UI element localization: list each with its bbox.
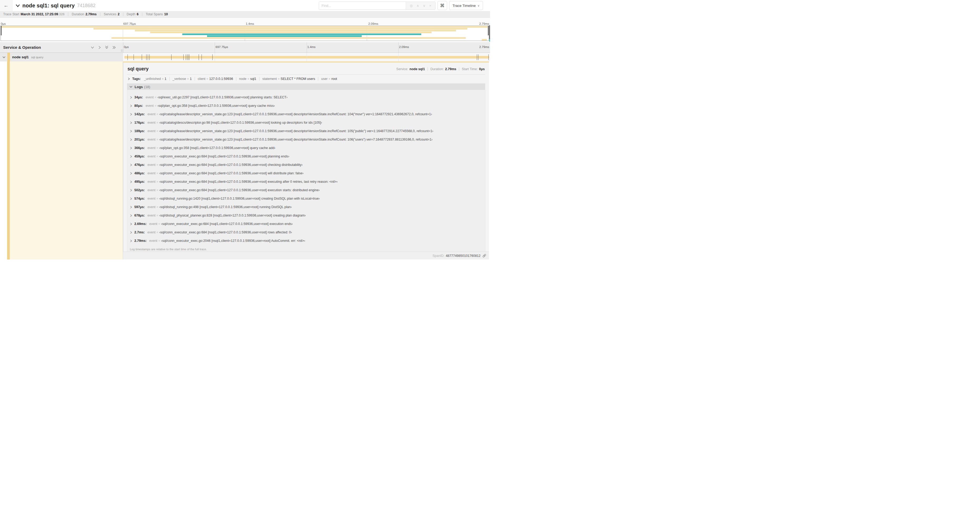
minimap-left-handle[interactable] [1, 26, 2, 35]
log-timestamp: 189μs: [134, 129, 145, 133]
logs-collapse-chevron-icon[interactable] [129, 85, 132, 88]
logs-header[interactable]: Logs (18) [127, 84, 485, 90]
summary-item: Duration2.79ms [68, 13, 100, 16]
find-input[interactable] [319, 2, 406, 10]
summary-item: Services2 [100, 13, 123, 16]
tag-key: user [321, 77, 328, 81]
tags-list: _unfinished=1_verbose=1client=127.0.0.1:… [144, 77, 340, 81]
log-field-key: event [146, 96, 154, 99]
log-timestamp: 201μs: [134, 138, 145, 141]
log-expand-chevron-icon[interactable] [130, 231, 132, 234]
detail-meta-item: Start Time:0μs [459, 67, 485, 71]
keyboard-shortcuts-button[interactable]: ⌘ [438, 1, 447, 10]
tags-expand-chevron-icon[interactable] [127, 77, 130, 80]
log-expand-chevron-icon[interactable] [130, 130, 132, 133]
prev-match-icon[interactable]: ∧ [417, 4, 419, 8]
log-row[interactable]: 2.69ms:event=‹sql/conn_executor_exec.go:… [129, 220, 484, 228]
log-marker-tick [189, 54, 189, 60]
collapse-one-icon[interactable] [91, 46, 94, 49]
log-expand-chevron-icon[interactable] [130, 96, 132, 99]
collapse-all-icon[interactable] [105, 45, 108, 50]
log-field-value: ‹sql/plan_opt.go:358 [nsql1,client=127.0… [158, 104, 275, 108]
summary-value: March 31 2022, 17:25:09 [21, 13, 58, 16]
right-edge-dragger[interactable] [489, 25, 490, 41]
log-row[interactable]: 459μs:event=‹sql/conn_executor_exec.go:6… [129, 152, 484, 161]
span-collapse-chevron-icon[interactable] [2, 56, 6, 59]
log-field-value: ‹sql/conn_executor_exec.go:684 [nsql1,cl… [159, 171, 304, 175]
log-marker-tick [148, 54, 148, 60]
minimap-canvas[interactable] [0, 26, 489, 41]
log-row[interactable]: 80μs:event=‹sql/plan_opt.go:358 [nsql1,c… [129, 102, 484, 110]
log-row[interactable]: 486μs:event=‹sql/conn_executor_exec.go:6… [129, 169, 484, 177]
log-expand-chevron-icon[interactable] [130, 121, 132, 124]
span-row-track[interactable] [123, 53, 490, 61]
log-row[interactable]: 2.79ms:event=‹sql/conn_executor_exec.go:… [129, 236, 484, 245]
log-equals: = [158, 239, 160, 242]
log-expand-chevron-icon[interactable] [130, 214, 132, 217]
tags-row[interactable]: Tags: _unfinished=1_verbose=1client=127.… [127, 75, 485, 83]
summary-label: Depth [127, 13, 135, 16]
log-expand-chevron-icon[interactable] [130, 163, 132, 166]
column-resize-grip[interactable]: || [121, 49, 123, 52]
log-expand-chevron-icon[interactable] [130, 172, 132, 175]
title-wrap: node sql1: sql query 7418682 [16, 3, 319, 9]
span-row-name-cell[interactable]: node sql1 sql query [0, 53, 123, 61]
back-button[interactable]: ← [0, 0, 13, 11]
log-row[interactable]: 142μs:event=‹sql/catalog/lease/descripto… [129, 110, 484, 118]
tag-equals: = [278, 77, 280, 80]
log-row[interactable]: 678μs:event=‹sql/distsql_physical_planne… [129, 211, 484, 220]
log-expand-chevron-icon[interactable] [130, 206, 132, 209]
log-row[interactable]: 366μs:event=‹sql/plan_opt.go:358 [nsql1,… [129, 144, 484, 152]
log-field-key: event [146, 104, 154, 108]
trace-summary: Trace StartMarch 31 2022, 17:25:09.326Du… [0, 11, 490, 18]
summary-item: Depth6 [123, 13, 142, 16]
log-row[interactable]: 176μs:event=‹sql/catalog/descs/descripto… [129, 118, 484, 127]
log-equals: = [156, 197, 158, 200]
log-marker-tick [146, 54, 146, 60]
minimap-right-handle[interactable] [488, 26, 489, 35]
track-gridline [215, 53, 215, 61]
log-row[interactable]: 34μs:event=‹sql/exec_util.go:2297 [nsql1… [129, 93, 484, 102]
log-expand-chevron-icon[interactable] [130, 223, 132, 225]
log-row[interactable]: 574μs:event=‹sql/distsql_running.go:1420… [129, 194, 484, 203]
log-expand-chevron-icon[interactable] [130, 155, 132, 158]
view-select-button[interactable]: Trace Timeline ∨ [449, 1, 483, 10]
log-row[interactable]: 189μs:event=‹sql/catalog/lease/descripto… [129, 127, 484, 135]
tag-key: statement [262, 77, 277, 81]
ruler-gridline [307, 42, 307, 53]
log-row[interactable]: 2.7ms:event=‹sql/conn_executor_exec.go:6… [129, 228, 484, 236]
log-expand-chevron-icon[interactable] [130, 138, 132, 141]
log-field-key: event [148, 197, 156, 200]
tag-value: 1 [165, 77, 167, 81]
span-operation-name: sql query [31, 56, 43, 59]
log-timestamp: 142μs: [134, 112, 145, 116]
log-expand-chevron-icon[interactable] [130, 180, 132, 183]
log-row[interactable]: 597μs:event=‹sql/distsql_running.go:498 … [129, 203, 484, 211]
tick-label: 0μs [1, 22, 6, 25]
log-expand-chevron-icon[interactable] [130, 113, 132, 116]
log-timestamp: 597μs: [134, 205, 145, 209]
log-expand-chevron-icon[interactable] [130, 189, 132, 192]
log-expand-chevron-icon[interactable] [130, 147, 132, 150]
log-row[interactable]: 495μs:event=‹sql/conn_executor_exec.go:6… [129, 177, 484, 186]
detail-meta-item: Duration:2.79ms [428, 67, 459, 71]
log-expand-chevron-icon[interactable] [130, 240, 132, 242]
deep-link-icon[interactable] [482, 254, 486, 258]
log-expand-chevron-icon[interactable] [130, 104, 132, 107]
log-field-key: event [148, 205, 156, 209]
trace-collapse-chevron-icon[interactable] [16, 4, 20, 7]
log-row[interactable]: 201μs:event=‹sql/catalog/lease/descripto… [129, 135, 484, 144]
next-match-icon[interactable]: ∨ [423, 4, 425, 8]
expand-one-icon[interactable] [98, 46, 101, 50]
tag-key: _verbose [173, 77, 186, 81]
log-field-value: ‹sql/distsql_running.go:1420 [nsql1,clie… [159, 197, 320, 200]
tag-value: root [331, 77, 337, 81]
expand-all-icon[interactable] [112, 46, 116, 50]
log-field-key: event [148, 155, 156, 158]
log-expand-chevron-icon[interactable] [130, 197, 132, 200]
log-row[interactable]: 476μs:event=‹sql/conn_executor_exec.go:6… [129, 161, 484, 169]
clear-search-icon[interactable]: × [429, 4, 431, 8]
log-timestamp: 2.69ms: [134, 222, 147, 226]
log-row[interactable]: 502μs:event=‹sql/conn_executor_exec.go:6… [129, 186, 484, 194]
locate-icon[interactable]: ◎ [410, 4, 412, 8]
